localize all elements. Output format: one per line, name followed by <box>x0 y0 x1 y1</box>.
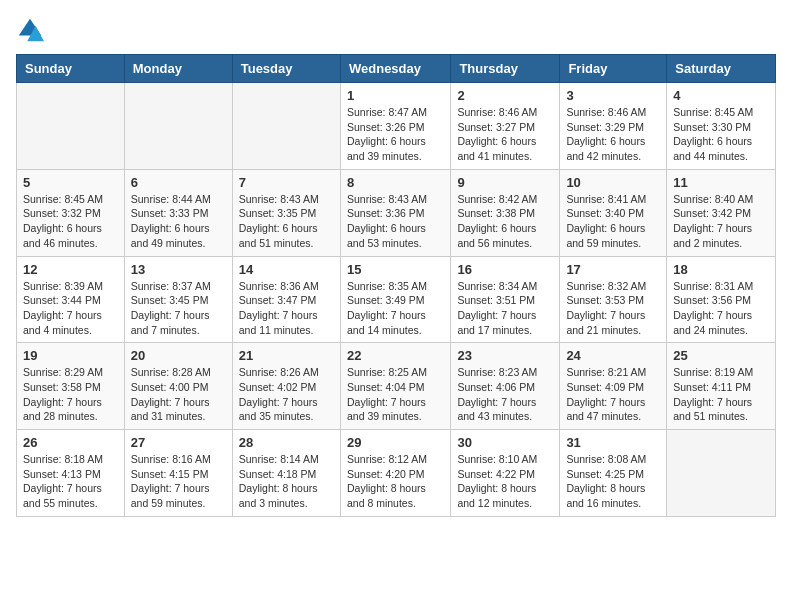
calendar-week-row: 5Sunrise: 8:45 AM Sunset: 3:32 PM Daylig… <box>17 169 776 256</box>
calendar-cell: 20Sunrise: 8:28 AM Sunset: 4:00 PM Dayli… <box>124 343 232 430</box>
day-info: Sunrise: 8:32 AM Sunset: 3:53 PM Dayligh… <box>566 279 660 338</box>
day-number: 28 <box>239 435 334 450</box>
calendar-cell: 25Sunrise: 8:19 AM Sunset: 4:11 PM Dayli… <box>667 343 776 430</box>
day-number: 23 <box>457 348 553 363</box>
calendar-cell: 7Sunrise: 8:43 AM Sunset: 3:35 PM Daylig… <box>232 169 340 256</box>
calendar-week-row: 1Sunrise: 8:47 AM Sunset: 3:26 PM Daylig… <box>17 83 776 170</box>
day-number: 12 <box>23 262 118 277</box>
day-info: Sunrise: 8:25 AM Sunset: 4:04 PM Dayligh… <box>347 365 444 424</box>
calendar-day-header: Saturday <box>667 55 776 83</box>
day-info: Sunrise: 8:36 AM Sunset: 3:47 PM Dayligh… <box>239 279 334 338</box>
calendar-header-row: SundayMondayTuesdayWednesdayThursdayFrid… <box>17 55 776 83</box>
day-info: Sunrise: 8:31 AM Sunset: 3:56 PM Dayligh… <box>673 279 769 338</box>
calendar-cell: 14Sunrise: 8:36 AM Sunset: 3:47 PM Dayli… <box>232 256 340 343</box>
day-info: Sunrise: 8:19 AM Sunset: 4:11 PM Dayligh… <box>673 365 769 424</box>
calendar-cell: 16Sunrise: 8:34 AM Sunset: 3:51 PM Dayli… <box>451 256 560 343</box>
calendar-cell: 12Sunrise: 8:39 AM Sunset: 3:44 PM Dayli… <box>17 256 125 343</box>
calendar-cell <box>232 83 340 170</box>
day-info: Sunrise: 8:23 AM Sunset: 4:06 PM Dayligh… <box>457 365 553 424</box>
calendar-cell <box>124 83 232 170</box>
day-number: 4 <box>673 88 769 103</box>
day-number: 22 <box>347 348 444 363</box>
day-number: 27 <box>131 435 226 450</box>
day-info: Sunrise: 8:44 AM Sunset: 3:33 PM Dayligh… <box>131 192 226 251</box>
calendar-cell: 11Sunrise: 8:40 AM Sunset: 3:42 PM Dayli… <box>667 169 776 256</box>
calendar-cell: 6Sunrise: 8:44 AM Sunset: 3:33 PM Daylig… <box>124 169 232 256</box>
calendar-week-row: 19Sunrise: 8:29 AM Sunset: 3:58 PM Dayli… <box>17 343 776 430</box>
day-number: 29 <box>347 435 444 450</box>
day-info: Sunrise: 8:43 AM Sunset: 3:35 PM Dayligh… <box>239 192 334 251</box>
calendar-cell: 8Sunrise: 8:43 AM Sunset: 3:36 PM Daylig… <box>340 169 450 256</box>
page-header <box>16 16 776 44</box>
day-number: 6 <box>131 175 226 190</box>
calendar-cell: 4Sunrise: 8:45 AM Sunset: 3:30 PM Daylig… <box>667 83 776 170</box>
day-info: Sunrise: 8:10 AM Sunset: 4:22 PM Dayligh… <box>457 452 553 511</box>
day-number: 24 <box>566 348 660 363</box>
calendar-day-header: Monday <box>124 55 232 83</box>
calendar-cell: 13Sunrise: 8:37 AM Sunset: 3:45 PM Dayli… <box>124 256 232 343</box>
day-info: Sunrise: 8:37 AM Sunset: 3:45 PM Dayligh… <box>131 279 226 338</box>
day-number: 18 <box>673 262 769 277</box>
day-info: Sunrise: 8:26 AM Sunset: 4:02 PM Dayligh… <box>239 365 334 424</box>
calendar-cell: 5Sunrise: 8:45 AM Sunset: 3:32 PM Daylig… <box>17 169 125 256</box>
day-number: 9 <box>457 175 553 190</box>
day-number: 8 <box>347 175 444 190</box>
calendar-cell <box>667 430 776 517</box>
day-number: 2 <box>457 88 553 103</box>
day-info: Sunrise: 8:46 AM Sunset: 3:27 PM Dayligh… <box>457 105 553 164</box>
calendar-day-header: Friday <box>560 55 667 83</box>
day-info: Sunrise: 8:14 AM Sunset: 4:18 PM Dayligh… <box>239 452 334 511</box>
calendar-cell: 29Sunrise: 8:12 AM Sunset: 4:20 PM Dayli… <box>340 430 450 517</box>
day-info: Sunrise: 8:16 AM Sunset: 4:15 PM Dayligh… <box>131 452 226 511</box>
calendar-cell <box>17 83 125 170</box>
day-number: 21 <box>239 348 334 363</box>
day-number: 26 <box>23 435 118 450</box>
calendar-day-header: Wednesday <box>340 55 450 83</box>
day-info: Sunrise: 8:12 AM Sunset: 4:20 PM Dayligh… <box>347 452 444 511</box>
day-number: 25 <box>673 348 769 363</box>
calendar-table: SundayMondayTuesdayWednesdayThursdayFrid… <box>16 54 776 517</box>
calendar-week-row: 26Sunrise: 8:18 AM Sunset: 4:13 PM Dayli… <box>17 430 776 517</box>
day-number: 16 <box>457 262 553 277</box>
day-info: Sunrise: 8:29 AM Sunset: 3:58 PM Dayligh… <box>23 365 118 424</box>
day-info: Sunrise: 8:42 AM Sunset: 3:38 PM Dayligh… <box>457 192 553 251</box>
calendar-cell: 26Sunrise: 8:18 AM Sunset: 4:13 PM Dayli… <box>17 430 125 517</box>
day-number: 15 <box>347 262 444 277</box>
day-info: Sunrise: 8:47 AM Sunset: 3:26 PM Dayligh… <box>347 105 444 164</box>
calendar-cell: 18Sunrise: 8:31 AM Sunset: 3:56 PM Dayli… <box>667 256 776 343</box>
day-info: Sunrise: 8:39 AM Sunset: 3:44 PM Dayligh… <box>23 279 118 338</box>
logo-icon <box>16 16 44 44</box>
calendar-cell: 23Sunrise: 8:23 AM Sunset: 4:06 PM Dayli… <box>451 343 560 430</box>
day-info: Sunrise: 8:08 AM Sunset: 4:25 PM Dayligh… <box>566 452 660 511</box>
day-number: 3 <box>566 88 660 103</box>
calendar-cell: 15Sunrise: 8:35 AM Sunset: 3:49 PM Dayli… <box>340 256 450 343</box>
day-info: Sunrise: 8:43 AM Sunset: 3:36 PM Dayligh… <box>347 192 444 251</box>
day-number: 30 <box>457 435 553 450</box>
day-info: Sunrise: 8:45 AM Sunset: 3:32 PM Dayligh… <box>23 192 118 251</box>
day-info: Sunrise: 8:41 AM Sunset: 3:40 PM Dayligh… <box>566 192 660 251</box>
day-info: Sunrise: 8:21 AM Sunset: 4:09 PM Dayligh… <box>566 365 660 424</box>
day-number: 31 <box>566 435 660 450</box>
calendar-cell: 10Sunrise: 8:41 AM Sunset: 3:40 PM Dayli… <box>560 169 667 256</box>
calendar-cell: 3Sunrise: 8:46 AM Sunset: 3:29 PM Daylig… <box>560 83 667 170</box>
calendar-cell: 28Sunrise: 8:14 AM Sunset: 4:18 PM Dayli… <box>232 430 340 517</box>
day-number: 10 <box>566 175 660 190</box>
day-number: 17 <box>566 262 660 277</box>
calendar-cell: 19Sunrise: 8:29 AM Sunset: 3:58 PM Dayli… <box>17 343 125 430</box>
calendar-cell: 2Sunrise: 8:46 AM Sunset: 3:27 PM Daylig… <box>451 83 560 170</box>
calendar-day-header: Sunday <box>17 55 125 83</box>
calendar-week-row: 12Sunrise: 8:39 AM Sunset: 3:44 PM Dayli… <box>17 256 776 343</box>
day-number: 13 <box>131 262 226 277</box>
day-number: 1 <box>347 88 444 103</box>
calendar-cell: 17Sunrise: 8:32 AM Sunset: 3:53 PM Dayli… <box>560 256 667 343</box>
calendar-day-header: Tuesday <box>232 55 340 83</box>
calendar-day-header: Thursday <box>451 55 560 83</box>
logo <box>16 16 48 44</box>
calendar-cell: 22Sunrise: 8:25 AM Sunset: 4:04 PM Dayli… <box>340 343 450 430</box>
day-info: Sunrise: 8:40 AM Sunset: 3:42 PM Dayligh… <box>673 192 769 251</box>
calendar-cell: 21Sunrise: 8:26 AM Sunset: 4:02 PM Dayli… <box>232 343 340 430</box>
day-info: Sunrise: 8:45 AM Sunset: 3:30 PM Dayligh… <box>673 105 769 164</box>
calendar-cell: 1Sunrise: 8:47 AM Sunset: 3:26 PM Daylig… <box>340 83 450 170</box>
day-number: 20 <box>131 348 226 363</box>
calendar-cell: 27Sunrise: 8:16 AM Sunset: 4:15 PM Dayli… <box>124 430 232 517</box>
